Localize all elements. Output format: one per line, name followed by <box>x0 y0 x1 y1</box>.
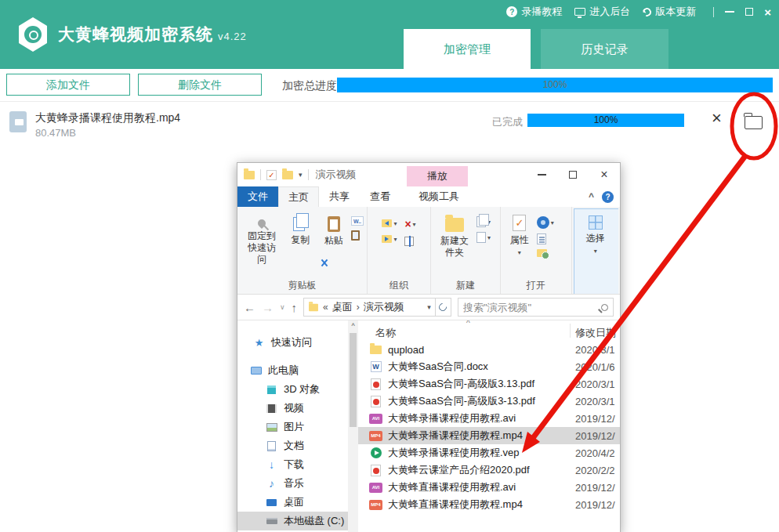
explorer-window-controls: × <box>526 163 620 186</box>
sidebar-item-music[interactable]: ♪音乐 <box>237 474 348 493</box>
properties-icon: ✓ <box>513 215 526 231</box>
recent-locations-icon[interactable]: ∨ <box>280 303 285 311</box>
breadcrumb-current[interactable]: 演示视频 <box>364 300 404 314</box>
qat-check-icon[interactable]: ✓ <box>266 170 277 180</box>
tab-history[interactable]: 历史记录 <box>541 29 668 69</box>
sidebar-item-pictures[interactable]: 图片 <box>237 418 348 436</box>
collapse-ribbon-icon[interactable]: ^ <box>589 191 594 202</box>
contextual-tab-play[interactable]: 播放 <box>407 166 468 186</box>
new-folder-button[interactable]: 新建文件夹 <box>434 213 475 280</box>
copy-path-button[interactable]: W.. <box>351 216 364 226</box>
explorer-titlebar[interactable]: ✓ ▾ 演示视频 播放 × <box>237 163 620 186</box>
rename-button[interactable] <box>404 237 415 246</box>
menu-tab-view[interactable]: 查看 <box>360 186 400 207</box>
tutorial-link[interactable]: ? 录播教程 <box>506 5 562 19</box>
tab-encrypt-manage[interactable]: 加密管理 <box>404 29 531 69</box>
menu-tab-share[interactable]: 共享 <box>319 186 360 207</box>
delete-button[interactable]: ×▾ <box>404 219 415 229</box>
sidebar-label: 下载 <box>284 458 304 472</box>
search-box[interactable] <box>458 298 614 317</box>
sidebar-item-documents[interactable]: 文档 <box>237 436 348 455</box>
add-file-button[interactable]: 添加文件 <box>6 74 130 96</box>
menu-tab-video-tools[interactable]: 视频工具 <box>408 186 469 207</box>
file-row[interactable]: AVI大黄蜂录播课程使用教程.avi2019/12/ <box>358 410 620 427</box>
close-icon[interactable]: × <box>764 6 771 18</box>
new-item-button[interactable]: ▾ <box>476 232 491 243</box>
paste-shortcut-button[interactable] <box>351 230 364 241</box>
copy-to-button[interactable]: ▾ <box>382 235 397 243</box>
pin-to-quick-access-button[interactable]: 固定到快速访问 <box>241 213 283 280</box>
ribbon-group-select: 选择 ▾ <box>574 208 618 295</box>
backend-link[interactable]: 进入后台 <box>574 5 630 19</box>
minimize-icon[interactable] <box>725 11 734 13</box>
file-row[interactable]: 大黄蜂云课堂产品介绍2020.pdf2020/2/2 <box>358 461 620 479</box>
cut-scissors-icon[interactable] <box>319 259 330 268</box>
history-button[interactable] <box>537 249 554 257</box>
menu-tab-home[interactable]: 主页 <box>278 186 319 207</box>
breadcrumb-root-sep[interactable]: « <box>323 302 328 313</box>
sidebar-item-quick-access[interactable]: ★快速访问 <box>237 333 348 352</box>
open-media-button[interactable]: ▾ <box>537 216 554 229</box>
breadcrumb-desktop[interactable]: 桌面 <box>332 300 353 314</box>
qat-folder-icon[interactable] <box>282 171 293 179</box>
forward-icon[interactable]: → <box>262 302 274 313</box>
scroll-up-icon[interactable]: ^ <box>348 322 358 330</box>
separator <box>713 7 714 17</box>
scrollbar-thumb[interactable] <box>350 333 357 427</box>
sidebar-item-downloads[interactable]: ↓下载 <box>237 455 348 474</box>
move-to-button[interactable]: ▾ <box>382 219 397 227</box>
maximize-icon[interactable] <box>745 8 753 16</box>
file-date: 2019/12/ <box>575 499 620 511</box>
rename-icon <box>404 237 414 246</box>
properties-button[interactable]: ✓ 属性 ▾ <box>504 213 535 280</box>
app-logo-icon <box>17 17 49 52</box>
column-divider[interactable] <box>570 324 571 338</box>
navigation-scrollbar[interactable]: ^ <box>348 320 358 532</box>
menu-tab-file[interactable]: 文件 <box>237 186 278 207</box>
easy-access-button[interactable]: ▾ <box>476 216 491 227</box>
file-row[interactable]: AVI大黄蜂直播课程使用教程.avi2019/12/ <box>358 479 620 496</box>
app-title: 大黄蜂视频加密系统v4.22 <box>58 24 247 45</box>
file-row[interactable]: 大黄蜂SaaS合同-高级版3-13.pdf2020/3/1 <box>358 393 620 410</box>
explorer-close-button[interactable]: × <box>589 163 620 186</box>
explorer-minimize-button[interactable] <box>526 163 557 186</box>
up-icon[interactable]: ↑ <box>292 302 298 313</box>
column-header-date[interactable]: 修改日期 <box>575 326 616 340</box>
open-folder-icon[interactable] <box>745 116 763 129</box>
explorer-maximize-button[interactable] <box>557 163 589 186</box>
task-row: 大黄蜂录播课程使用教程.mp4 80.47MB 已完成 100% × <box>0 103 779 148</box>
file-row[interactable]: MP4大黄蜂直播课程使用教程.mp42019/12/ <box>358 496 620 513</box>
select-button[interactable]: 选择 ▾ <box>578 214 614 291</box>
qat-caret-icon[interactable]: ▾ <box>299 171 303 179</box>
address-box[interactable]: « 桌面 › 演示视频 ▾ <box>303 298 436 317</box>
copy-button[interactable]: 复制 <box>284 213 317 280</box>
column-header-name[interactable]: 名称 <box>375 326 396 340</box>
sidebar-item-3d-objects[interactable]: 3D 对象 <box>237 380 348 399</box>
sidebar-item-local-disk-c[interactable]: 本地磁盘 (C:) <box>237 512 348 530</box>
file-row[interactable]: qupload2020/3/1 <box>358 341 620 358</box>
paste-button[interactable]: 粘贴 <box>317 213 350 280</box>
update-link[interactable]: 版本更新 <box>643 5 696 19</box>
file-row[interactable]: W大黄蜂SaaS合同.docx2020/1/6 <box>358 358 620 375</box>
file-row[interactable]: 大黄蜂录播课程使用教程.vep2020/4/2 <box>358 444 620 461</box>
music-icon: ♪ <box>266 477 277 490</box>
sidebar-item-videos[interactable]: 视频 <box>237 399 348 418</box>
sidebar-label: 本地磁盘 (C:) <box>284 514 344 528</box>
delete-file-button[interactable]: 删除文件 <box>138 74 262 96</box>
file-row[interactable]: 大黄蜂SaaS合同-高级版3.13.pdf2020/3/1 <box>358 375 620 393</box>
file-row-selected[interactable]: MP4大黄蜂录播课程使用教程.mp42019/12/ <box>358 427 620 444</box>
edit-button[interactable] <box>537 233 554 244</box>
address-dropdown-icon[interactable]: ▾ <box>427 303 431 311</box>
refresh-button[interactable] <box>436 298 451 317</box>
sidebar-label: 桌面 <box>284 495 304 509</box>
app-version: v4.22 <box>218 31 247 42</box>
sidebar-item-this-pc[interactable]: 此电脑 <box>237 361 348 380</box>
back-icon[interactable]: ← <box>244 302 255 313</box>
close-icon: × <box>600 168 607 181</box>
sort-ascending-icon: ^ <box>466 320 470 328</box>
search-input[interactable] <box>463 302 601 313</box>
explorer-help-icon[interactable]: ? <box>602 191 614 203</box>
sidebar-item-desktop[interactable]: 桌面 <box>237 493 348 512</box>
caret-icon: ▾ <box>551 219 554 226</box>
remove-task-icon[interactable]: × <box>712 110 722 127</box>
